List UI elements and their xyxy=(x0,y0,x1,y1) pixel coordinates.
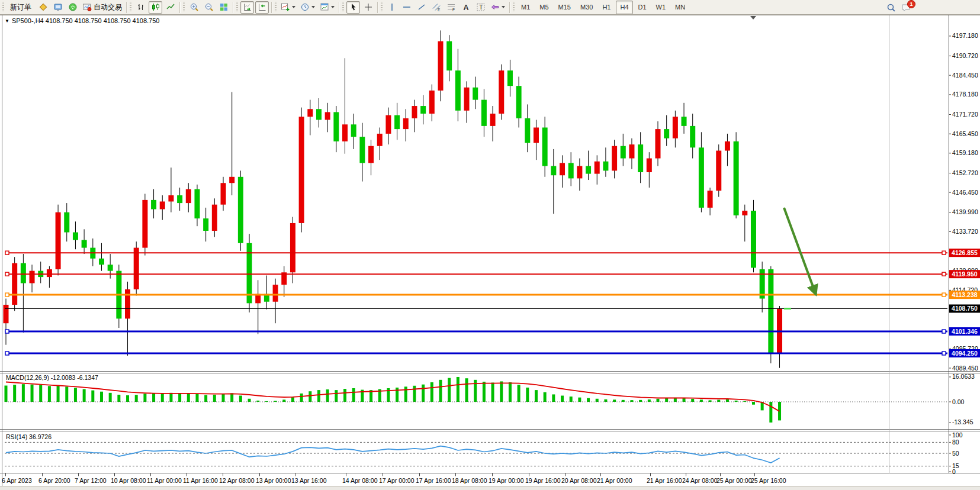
periods-button[interactable] xyxy=(298,1,317,14)
new-order-button[interactable]: 新订单 xyxy=(7,1,35,14)
bar-chart-icon xyxy=(136,2,146,12)
timeframe-M15[interactable]: M15 xyxy=(554,1,575,14)
cursor-button[interactable] xyxy=(346,1,360,14)
tile-windows-button[interactable] xyxy=(217,1,230,14)
svg-text:24 Apr 08:00: 24 Apr 08:00 xyxy=(682,477,718,484)
svg-text:12 Apr 08:00: 12 Apr 08:00 xyxy=(219,477,255,484)
timeframe-W1[interactable]: W1 xyxy=(652,1,670,14)
horizontal-line-button[interactable] xyxy=(400,1,413,14)
text-button[interactable]: A xyxy=(459,1,473,14)
chevron-down-icon xyxy=(331,6,335,8)
toolbar-grip[interactable] xyxy=(513,2,515,12)
zoom-in-icon xyxy=(189,2,199,12)
equidistant-channel-button[interactable]: E xyxy=(429,1,443,14)
toolbar-grip[interactable] xyxy=(183,2,185,12)
text-icon: A xyxy=(461,2,471,12)
svg-text:18 Apr 08:00: 18 Apr 08:00 xyxy=(452,477,487,484)
status-bar xyxy=(0,486,980,490)
auto-scroll-button[interactable] xyxy=(240,1,254,14)
mt4-window: 新订单自动交易EFATM1M5M15M30H1H4D1W1MN1 4197.18… xyxy=(0,0,980,490)
zoom-out-button[interactable] xyxy=(202,1,216,14)
symbol-ohlc-text: SP500-,H4 4108.750 4108.750 4108.750 410… xyxy=(12,17,160,24)
svg-text:13 Apr 00:00: 13 Apr 00:00 xyxy=(256,477,291,484)
timeframe-M30[interactable]: M30 xyxy=(576,1,597,14)
timeframe-MN[interactable]: MN xyxy=(671,1,689,14)
horizontal-line-icon xyxy=(402,2,412,12)
chart-shift-button[interactable] xyxy=(255,1,269,14)
toolbar-separator xyxy=(126,2,127,13)
timeframe-H4[interactable]: H4 xyxy=(616,1,632,14)
indicators-button[interactable] xyxy=(279,1,297,14)
toolbar-grip[interactable] xyxy=(130,2,131,12)
toolbar: 新订单自动交易EFATM1M5M15M30H1H4D1W1MN1 xyxy=(0,0,980,15)
toolbar-grip[interactable] xyxy=(2,2,4,12)
autotrading-button[interactable]: 自动交易 xyxy=(81,1,124,14)
svg-text:100: 100 xyxy=(952,431,963,439)
line-chart-icon xyxy=(166,2,175,12)
svg-text:80: 80 xyxy=(952,439,959,446)
timeframe-M1[interactable]: M1 xyxy=(517,1,534,14)
arrows-icon xyxy=(490,2,500,12)
symbol-info-line: ▼SP500-,H4 4108.750 4108.750 4108.750 41… xyxy=(5,17,159,24)
templates-icon xyxy=(320,2,329,12)
svg-text:-13.345: -13.345 xyxy=(952,418,973,425)
fibonacci-icon: F xyxy=(446,2,456,12)
svg-text:F: F xyxy=(452,8,455,12)
notification-badge: 1 xyxy=(907,0,915,8)
tile-windows-icon xyxy=(219,2,229,12)
svg-text:25 Apr 00:00: 25 Apr 00:00 xyxy=(716,477,752,484)
toolbar-grip[interactable] xyxy=(381,2,383,12)
svg-text:E: E xyxy=(438,8,441,12)
profile-button[interactable] xyxy=(36,1,50,14)
toolbar-separator xyxy=(339,2,339,13)
svg-text:4152.720: 4152.720 xyxy=(952,169,978,176)
indicators-icon xyxy=(281,2,290,12)
line-chart-button[interactable] xyxy=(163,1,177,14)
svg-text:21 Apr 16:00: 21 Apr 16:00 xyxy=(647,477,682,484)
svg-text:16.0633: 16.0633 xyxy=(952,373,975,380)
svg-text:17 Apr 16:00: 17 Apr 16:00 xyxy=(416,477,451,484)
svg-text:21 Apr 00:00: 21 Apr 00:00 xyxy=(597,477,632,484)
search-icon xyxy=(886,3,896,12)
svg-text:19 Apr 16:00: 19 Apr 16:00 xyxy=(525,477,561,484)
fibonacci-button[interactable]: F xyxy=(444,1,458,14)
vertical-line-button[interactable] xyxy=(385,1,399,14)
toolbar-grip[interactable] xyxy=(236,2,238,12)
svg-text:4146.450: 4146.450 xyxy=(952,189,978,196)
candlestick-chart-button[interactable] xyxy=(149,1,162,14)
timeframe-M5[interactable]: M5 xyxy=(535,1,552,14)
zoom-in-button[interactable] xyxy=(187,1,201,14)
vertical-line-icon xyxy=(387,2,397,12)
svg-text:6 Apr 20:00: 6 Apr 20:00 xyxy=(38,477,70,484)
toolbar-separator xyxy=(377,2,378,13)
timeframe-D1[interactable]: D1 xyxy=(634,1,651,14)
arrows-button[interactable] xyxy=(489,1,507,14)
chat-button[interactable]: 1 xyxy=(899,1,912,14)
svg-text:0: 0 xyxy=(952,468,956,475)
terminal-button[interactable] xyxy=(51,1,65,14)
chevron-down-icon xyxy=(502,6,505,8)
toolbar-grip[interactable] xyxy=(342,2,344,12)
toolbar-separator xyxy=(233,2,233,13)
toolbar-grip[interactable] xyxy=(275,2,277,12)
templates-button[interactable] xyxy=(318,1,336,14)
svg-text:4159.180: 4159.180 xyxy=(952,149,978,156)
rsi-indicator-label: RSI(14) 36.9726 xyxy=(6,433,52,440)
bar-chart-button[interactable] xyxy=(134,1,147,14)
svg-text:4108.750: 4108.750 xyxy=(952,305,978,312)
candlestick-chart-icon xyxy=(151,2,160,12)
toolbar-separator xyxy=(509,2,510,13)
collapse-arrow-icon[interactable]: ▼ xyxy=(5,18,9,24)
svg-text:6 Apr 2023: 6 Apr 2023 xyxy=(2,477,32,484)
chevron-down-icon xyxy=(292,6,295,8)
svg-text:20 Apr 08:00: 20 Apr 08:00 xyxy=(561,477,597,484)
timeframe-H1[interactable]: H1 xyxy=(598,1,615,14)
signals-button[interactable] xyxy=(66,1,79,14)
crosshair-button[interactable] xyxy=(361,1,375,14)
autotrading-icon xyxy=(82,2,92,12)
text-label-button[interactable]: T xyxy=(474,1,487,14)
svg-text:17 Apr 00:00: 17 Apr 00:00 xyxy=(379,477,415,484)
chart-area[interactable]: 4197.1804190.7204184.4504178.1804171.720… xyxy=(0,0,980,490)
trendline-button[interactable] xyxy=(415,1,428,14)
search-button[interactable] xyxy=(884,1,898,14)
